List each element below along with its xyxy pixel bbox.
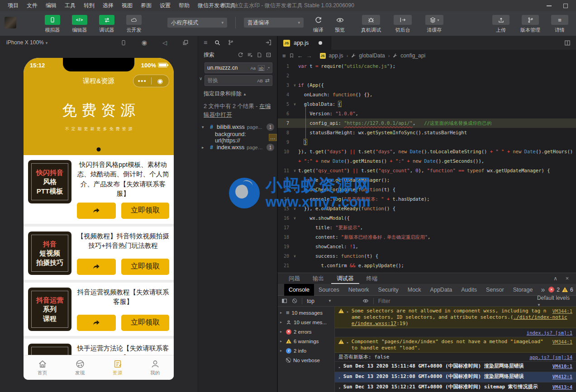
source-link[interactable]: VM344:1 [547,339,572,345]
console-row-plain[interactable]: index.js? [sm]:1 [335,328,576,337]
whole-word-icon[interactable]: ab [258,65,265,71]
devtools-tab-mock[interactable]: Mock [403,284,426,296]
clear-console-icon[interactable] [292,298,297,304]
version-control-button[interactable]: 版本管理 [517,15,543,33]
breadcrumb-symbol[interactable]: config_api [400,52,425,59]
preserve-case-icon[interactable]: AB [257,78,263,83]
code-line[interactable]: 17 title: "更新提示", [278,223,576,232]
banner[interactable]: 免费资源 不定期更新更多免费资源 [24,100,174,132]
menu-item[interactable]: 编辑 [42,0,61,11]
replace-all-icon[interactable]: ⇄ [265,77,270,84]
remote-debug-button[interactable]: 真机调试 [358,15,384,33]
chevron-down-icon[interactable]: ▾ [202,125,206,129]
clear-cache-button[interactable]: ▾ 清缓存 [421,15,447,33]
tab-home[interactable]: 首页 [24,355,61,380]
code-line[interactable]: 14 console.log("是否有新版本: " + t.hasUpdate)… [278,194,576,204]
preview-button[interactable]: 预览 [330,15,350,33]
code-line[interactable]: 16∨ wx.showModal({ [278,213,576,223]
console-filter-user[interactable]: ▸10 user mes... [278,317,334,327]
resource-card[interactable]: 抖音短视频拍摄技巧【视频教程】抖音特效视频拍摄技巧+抖音热门玩法教程立即领取 [24,227,174,280]
close-panel-icon[interactable]: × [566,275,569,282]
inline-source-link[interactable]: ./dist/index-notice/index.wxss:17 [352,314,567,326]
details-button[interactable]: ≡ 详情 [550,15,570,33]
menu-item[interactable]: 帮助 [175,0,194,11]
console-filter-warning[interactable]: ▸6 warnings [278,336,334,346]
menu-item[interactable]: 选择 [99,0,118,11]
console-row-plain[interactable]: app.js? [sm]:14是否有新版本: false [335,353,576,362]
debugger-tab[interactable]: 问题 [283,273,305,284]
code-line[interactable]: 15∨ }), e.onUpdateReady(function() { [278,204,576,213]
sound-icon[interactable]: ◁ [162,39,167,46]
replace-input[interactable] [207,77,257,84]
source-link[interactable]: VM410:1 [547,363,572,369]
compile-mode-select[interactable]: 普通编译▾ [244,18,304,28]
console-row-group[interactable]: ▸VM412:1Sun Dec 13 2020 15:12:08 GMT+080… [335,372,576,383]
debugger-tab[interactable]: 输出 [307,273,329,284]
close-target-icon[interactable]: ◉ [152,77,169,85]
expand-icon[interactable]: ▸ [347,340,349,346]
chevron-right-icon[interactable]: ▸ [280,349,284,353]
console-row-warn[interactable]: ▸VM344:1Some selectors are not allowed i… [335,307,576,328]
code-line[interactable]: 5∨ globalData: { [278,99,576,109]
regex-icon[interactable]: .* [267,66,270,71]
expand-icon[interactable]: ▸ [338,364,341,371]
code-line[interactable]: 13∨ e.onCheckForUpdate(function(t) { [278,185,576,194]
console-filter-mute[interactable]: No verbose [278,355,334,365]
bookmark-icon[interactable] [289,53,294,58]
more-icon[interactable]: ●●● [133,79,151,83]
claim-button[interactable]: 立即领取 [121,203,169,219]
resource-card[interactable]: 抖音运营系列课程抖音运营视频教程【失效请联系客服】立即领取 [24,283,174,336]
share-button[interactable] [77,315,116,331]
avatar[interactable] [5,17,16,28]
refresh-icon[interactable] [238,52,243,58]
card-thumbnail[interactable]: 抖音短视频拍摄技巧 [28,231,71,275]
split-editor-icon[interactable] [564,40,571,46]
card-thumbnail[interactable]: 快手运营 [28,344,71,355]
match-case-icon[interactable]: Aa [250,66,256,71]
tab-discover[interactable]: 发现 [61,355,99,380]
fold-icon[interactable]: ∨ [291,185,298,194]
result-match-row[interactable]: background: url(https://… [198,132,277,142]
menu-item[interactable]: 设置 [156,0,175,11]
tab-appjs[interactable]: JS app.js [278,36,331,50]
code-line[interactable]: 4 onLaunch: function() {}, [278,90,576,99]
filter-input[interactable]: Filter [378,297,505,305]
code-line[interactable]: 2 [278,71,576,80]
simulator-toggle-button[interactable]: 模拟器 [42,15,63,33]
code-line[interactable]: 6 Version: "1.0.0", [278,109,576,118]
code-line[interactable]: 12 var e = wx.getUpdateManager(); [278,175,576,185]
fold-icon[interactable]: ∨ [291,99,298,109]
git-branch-icon[interactable] [228,39,234,46]
code-area[interactable]: 1var t = require("utils/cache.js");23∨if… [278,61,576,273]
resource-card[interactable]: 快手运营快手运营方法论【失效请联系客服】立即领取 [24,339,174,355]
share-button[interactable] [77,203,116,219]
forward-icon[interactable]: → [306,52,312,59]
switch-background-button[interactable]: 切后台 [390,15,416,33]
claim-button[interactable]: 立即领取 [121,259,169,275]
devtools-tab-console[interactable]: Console [284,284,314,296]
search-details-toggle[interactable]: 指定目录和排除▲ [198,86,277,99]
expand-icon[interactable]: ▸ [338,375,341,381]
fold-icon[interactable]: ∨ [291,204,298,213]
minimize-icon[interactable] [547,5,552,6]
chevron-right-icon[interactable]: ▸ [202,145,206,150]
console-filter-error[interactable]: ▸✕2 errors [278,327,334,336]
console-row-group[interactable]: ▸VM410:1Sun Dec 13 2020 15:11:48 GMT+080… [335,362,576,372]
context-select[interactable]: top▼ [307,298,357,304]
expand-icon[interactable]: ▾ [338,385,341,392]
devtools-tab-security[interactable]: Security [374,284,403,296]
code-line[interactable]: 9 } [278,137,576,147]
maximize-icon[interactable] [563,4,568,8]
devtools-tab-network[interactable]: Network [344,284,374,296]
device-frame-icon[interactable] [121,39,126,46]
devtools-tab-audits[interactable]: Audits [457,284,481,296]
search-input[interactable] [207,65,250,71]
code-line[interactable]: 18 content: "新版本已经准备好，单击确定重启应用", [278,232,576,242]
devtools-tab-sources[interactable]: Sources [314,284,344,296]
menu-item[interactable]: 转到 [80,0,99,11]
source-link[interactable]: VM344:1 [547,308,572,314]
chevron-right-icon[interactable]: ▸ [280,330,284,334]
menu-item[interactable]: 项目 [4,0,23,11]
search-icon[interactable] [214,39,221,46]
code-line[interactable]: 7 config_api: "https://127.0.0.1/api/", … [278,118,576,128]
